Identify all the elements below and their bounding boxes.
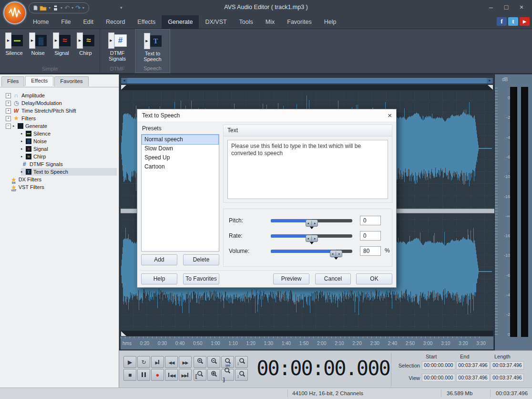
tree-expander-icon[interactable]: +	[6, 116, 11, 121]
menu-tab-favorites[interactable]: Favorites	[281, 15, 317, 29]
volume-slider-handle[interactable]: ◂▸	[330, 250, 342, 257]
pitch-slider-handle[interactable]: ◂▸	[306, 220, 318, 227]
zoom-to-selection-button[interactable]	[207, 369, 220, 381]
zoom-selection-start-button[interactable]: [	[194, 369, 206, 381]
go-to-start-button[interactable]: ◀◀	[165, 369, 178, 381]
pause-button[interactable]	[137, 369, 150, 381]
fast-forward-button[interactable]: ▶▶	[179, 356, 192, 368]
playhead-end-marker[interactable]	[488, 85, 493, 90]
selection-start-field[interactable]: 00:00:00.000	[422, 361, 455, 369]
play-button[interactable]: ▶	[123, 356, 136, 368]
waveform-scrollbar[interactable]: ◂▸	[121, 77, 493, 84]
scroll-left-icon[interactable]: ◂	[121, 78, 127, 84]
play-to-end-button[interactable]: ▶	[151, 356, 164, 368]
menu-tab-tools[interactable]: Tools	[233, 15, 259, 29]
panel-tab-favorites[interactable]: Favorites	[54, 76, 88, 86]
rate-slider-handle[interactable]: ◂▸	[306, 235, 318, 242]
close-button[interactable]: ×	[514, 2, 529, 12]
panel-tab-effects[interactable]: Effects	[25, 76, 53, 86]
zoom-vertical-in-button[interactable]: ↕	[235, 356, 248, 368]
tree-item-signal[interactable]: ▸≈Signal	[21, 145, 117, 153]
tree-item-vst-filters[interactable]: ★VSTVST Filters	[4, 183, 117, 191]
preset-item-cartoon[interactable]: Cartoon	[142, 162, 218, 171]
facebook-icon[interactable]: f	[497, 17, 507, 26]
menu-tab-help[interactable]: Help	[318, 15, 343, 29]
volume-slider[interactable]: ◂▸	[271, 250, 352, 253]
record-button[interactable]: ●	[151, 369, 164, 381]
preset-item-slow-down[interactable]: Slow Down	[142, 144, 218, 153]
tree-item-text-to-speech[interactable]: ▸TText to Speech	[21, 168, 117, 176]
ribbon-button-dtmf-signals[interactable]: ▶#DTMF Signals	[103, 32, 132, 62]
menu-tab-dx-vst[interactable]: DX/VST	[199, 15, 233, 29]
view-start-field[interactable]: 00:00:00.000	[422, 374, 455, 382]
app-logo-icon[interactable]	[3, 1, 26, 24]
menu-tab-home[interactable]: Home	[27, 15, 55, 29]
tree-item-chirp[interactable]: ▸≈Chirp	[21, 153, 117, 160]
tree-expander-icon[interactable]: −	[6, 124, 11, 129]
preview-button[interactable]: Preview	[273, 273, 309, 284]
menu-tab-effects[interactable]: Effects	[131, 15, 162, 29]
view-end-field[interactable]: 00:03:37.496	[456, 374, 490, 382]
zoom-vertical-out-button[interactable]: ↕	[235, 369, 248, 381]
to-favorites-button[interactable]: To Favorites	[183, 273, 219, 284]
menu-tab-generate[interactable]: Generate	[162, 15, 199, 29]
cancel-button[interactable]: Cancel	[315, 273, 351, 284]
ribbon-button-noise[interactable]: ▶▒Noise	[27, 32, 49, 56]
tree-expander-icon[interactable]: +	[6, 93, 11, 98]
tree-expander-icon[interactable]: +	[6, 108, 11, 114]
volume-value-field[interactable]: 80	[360, 246, 381, 256]
view-length-field[interactable]: 00:03:37.496	[491, 374, 524, 382]
tree-expander-icon[interactable]: +	[6, 101, 11, 106]
tree-item-time-stretch-pitch-shift[interactable]: +WTime Stretch/Pitch Shift	[4, 107, 117, 115]
menu-tab-record[interactable]: Record	[100, 15, 131, 29]
tree-item-dx-filters[interactable]: ★DXDX Filters	[4, 176, 117, 183]
panel-tab-files[interactable]: Files	[1, 76, 24, 86]
dialog-close-icon[interactable]: ×	[388, 111, 392, 120]
ribbon-button-silence[interactable]: ▶Silence	[3, 32, 25, 56]
menu-tab-file[interactable]: File	[55, 15, 77, 29]
tree-item-dtmf-signals[interactable]: #DTMF Signals	[21, 160, 117, 168]
zoom-100-button[interactable]: 100	[221, 356, 234, 368]
delete-button[interactable]: Delete	[183, 254, 219, 265]
scroll-right-icon[interactable]: ▸	[487, 78, 493, 84]
selection-end-field[interactable]: 00:03:37.496	[456, 361, 490, 369]
add-button[interactable]: Add	[141, 254, 177, 265]
dialog-title[interactable]: Text to Speech	[137, 109, 396, 122]
menu-tab-mix[interactable]: Mix	[259, 15, 281, 29]
youtube-icon[interactable]: ▶	[520, 17, 530, 26]
play-loop-button[interactable]: ↻	[137, 356, 150, 368]
menu-tab-edit[interactable]: Edit	[77, 15, 100, 29]
ok-button[interactable]: OK	[356, 273, 392, 284]
pitch-value-field[interactable]: 0	[360, 216, 381, 225]
zoom-in-button[interactable]	[194, 356, 206, 368]
zoom-out-button[interactable]	[207, 356, 220, 368]
tree-item-noise[interactable]: ▸▒Noise	[21, 137, 117, 145]
zoom-selection-end-button[interactable]: ]	[221, 369, 234, 381]
rate-value-field[interactable]: 0	[360, 231, 381, 241]
tree-item-amplitude[interactable]: +∩Amplitude	[4, 92, 117, 99]
tree-item-silence[interactable]: ▸Silence	[21, 130, 117, 137]
presets-listbox[interactable]: Normal speechSlow DownSpeed UpCartoon	[141, 134, 219, 252]
twitter-icon[interactable]: t	[508, 17, 518, 26]
playhead-start-marker[interactable]	[121, 85, 126, 90]
timeline-ruler[interactable]: hms0:200:300:400:501:001:101:201:301:401…	[121, 336, 493, 349]
minimize-button[interactable]: –	[483, 2, 499, 12]
playhead-bottom-marker[interactable]	[121, 331, 126, 336]
tree-item-delay-modulation[interactable]: +◷Delay/Modulation	[4, 99, 117, 107]
ribbon-button-chirp[interactable]: ▶≈Chirp	[74, 32, 97, 56]
stop-button[interactable]: ■	[123, 369, 136, 381]
ribbon-button-text-to-speech[interactable]: ▶TText to Speech	[138, 33, 167, 62]
ribbon-button-signal[interactable]: ▶≈Signal	[51, 32, 73, 56]
rewind-button[interactable]: ◀◀	[165, 356, 178, 368]
help-button[interactable]: Help	[141, 273, 177, 284]
preset-item-speed-up[interactable]: Speed Up	[142, 153, 218, 162]
selection-length-field[interactable]: 00:03:37.496	[491, 361, 524, 369]
maximize-button[interactable]: □	[499, 2, 514, 12]
go-to-end-button[interactable]: ▶▶	[179, 369, 192, 381]
tree-item-generate[interactable]: −▸Generate	[4, 122, 117, 130]
preset-item-normal-speech[interactable]: Normal speech	[142, 135, 218, 144]
pitch-slider[interactable]: ◂▸	[271, 219, 352, 222]
tree-item-filters[interactable]: +★Filters	[4, 115, 117, 122]
tts-text-input[interactable]: Please use this field to type in the tex…	[227, 140, 388, 199]
rate-slider[interactable]: ◂▸	[271, 234, 352, 238]
